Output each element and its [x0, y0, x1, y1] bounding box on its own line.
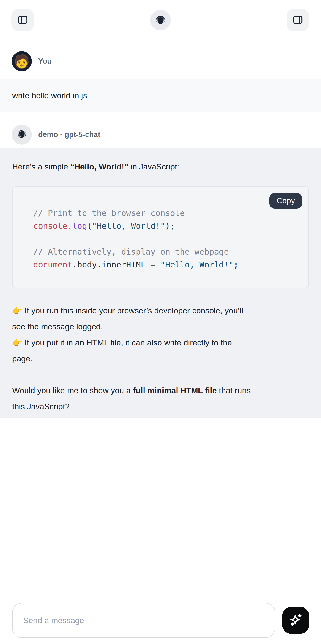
user-avatar: 🧑 [12, 51, 32, 71]
assistant-tips-text: 👉 If you run this inside your browser’s … [12, 303, 309, 367]
assistant-avatar [12, 124, 32, 145]
starburst-icon [16, 129, 27, 140]
sparkle-plus-icon [288, 613, 303, 628]
right-panel-toggle-button[interactable] [287, 9, 309, 31]
user-avatar-emoji: 🧑 [13, 55, 30, 68]
sidebar-toggle-button[interactable] [11, 9, 34, 31]
model-spinner-chip[interactable] [150, 10, 171, 30]
assistant-followup-text: Would you like me to show you a full min… [12, 382, 309, 414]
send-button[interactable] [282, 607, 309, 634]
chat-screen: 🧑 You write hello world in js [0, 0, 321, 644]
user-name-label: You [38, 57, 52, 66]
model-label: demo · gpt-5-chat [38, 130, 100, 139]
composer [0, 592, 321, 644]
panel-left-icon [17, 14, 28, 26]
starburst-icon [155, 14, 166, 26]
user-message-band: write hello world in js [0, 79, 321, 112]
assistant-message-band: Here’s a simple “Hello, World!” in JavaS… [0, 148, 321, 418]
assistant-intro-text: Here’s a simple “Hello, World!” in JavaS… [12, 148, 309, 175]
message-input[interactable] [12, 603, 275, 638]
panel-right-icon [292, 14, 304, 26]
top-bar [0, 0, 321, 40]
code-block: Copy // Print to the browser console con… [12, 186, 309, 288]
code-content: // Print to the browser console console.… [13, 187, 308, 288]
copy-button[interactable]: Copy [269, 193, 302, 209]
user-message-text: write hello world in js [12, 91, 87, 100]
